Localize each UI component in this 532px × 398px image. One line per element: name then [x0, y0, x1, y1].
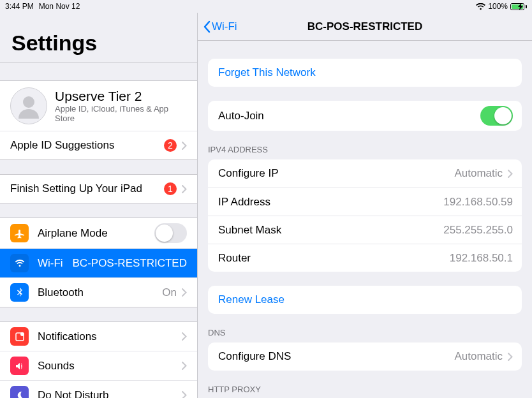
section-header-proxy: HTTP Proxy — [198, 371, 532, 398]
chevron-left-icon — [203, 20, 211, 33]
badge: 1 — [164, 182, 177, 195]
renew-lease-button[interactable]: Renew Lease — [208, 286, 522, 314]
configure-ip-row[interactable]: Configure IP Automatic — [208, 159, 522, 188]
subnet-mask-row: Subnet Mask 255.255.255.0 — [208, 216, 522, 244]
chevron-right-icon — [182, 142, 187, 150]
svg-point-2 — [20, 332, 24, 336]
account-subtitle: Apple ID, iCloud, iTunes & App Store — [55, 104, 187, 123]
sidebar-item-airplane-mode[interactable]: Airplane Mode — [0, 218, 197, 249]
moon-icon — [10, 386, 29, 398]
airplane-icon — [10, 224, 29, 242]
section-header-dns: DNS — [198, 314, 532, 343]
notifications-icon — [10, 327, 29, 346]
sidebar-item-sounds[interactable]: Sounds — [0, 351, 197, 381]
sidebar-item-wifi[interactable]: Wi-Fi BC-POS-RESTRICTED — [0, 249, 197, 278]
airplane-toggle[interactable] — [154, 223, 187, 243]
chevron-right-icon — [182, 288, 187, 297]
sidebar-item-finish-setup[interactable]: Finish Setting Up Your iPad 1 — [0, 175, 197, 203]
badge: 2 — [164, 139, 177, 152]
ip-address-row: IP Address 192.168.50.59 — [208, 188, 522, 216]
bluetooth-icon — [10, 283, 29, 302]
auto-join-toggle[interactable] — [480, 106, 513, 126]
sidebar-item-do-not-disturb[interactable]: Do Not Disturb — [0, 381, 197, 398]
chevron-right-icon — [182, 185, 187, 193]
battery-icon — [510, 3, 527, 10]
sidebar-item-apple-id-suggestions[interactable]: Apple ID Suggestions 2 — [0, 131, 197, 159]
sidebar-item-bluetooth[interactable]: Bluetooth On — [0, 278, 197, 307]
status-bar: 3:44 PM Mon Nov 12 100% — [0, 0, 532, 13]
section-header-ipv4: IPV4 Address — [198, 131, 532, 159]
router-row: Router 192.168.50.1 — [208, 244, 522, 272]
status-time: 3:44 PM — [5, 2, 34, 11]
sidebar-item-account[interactable]: Upserve Tier 2 Apple ID, iCloud, iTunes … — [0, 81, 197, 131]
detail-pane: Wi-Fi BC-POS-RESTRICTED Forget This Netw… — [198, 13, 532, 398]
sidebar: Settings Upserve Tier 2 Apple ID, iCloud… — [0, 13, 198, 398]
avatar — [10, 87, 47, 124]
configure-dns-row[interactable]: Configure DNS Automatic — [208, 343, 522, 371]
sidebar-item-notifications[interactable]: Notifications — [0, 322, 197, 351]
detail-header: Wi-Fi BC-POS-RESTRICTED — [198, 13, 532, 41]
chevron-right-icon — [182, 332, 187, 341]
chevron-right-icon — [508, 170, 513, 178]
back-button[interactable]: Wi-Fi — [203, 20, 237, 33]
chevron-right-icon — [508, 353, 513, 361]
wifi-icon — [10, 254, 29, 272]
page-title: Settings — [0, 13, 197, 63]
forget-network-button[interactable]: Forget This Network — [208, 59, 522, 87]
svg-point-0 — [23, 96, 34, 108]
chevron-right-icon — [182, 391, 187, 398]
chevron-right-icon — [182, 362, 187, 370]
wifi-icon — [476, 3, 485, 10]
detail-title: BC-POS-RESTRICTED — [307, 20, 422, 33]
status-date: Mon Nov 12 — [39, 2, 80, 11]
sounds-icon — [10, 357, 29, 375]
auto-join-row: Auto-Join — [208, 101, 522, 131]
account-name: Upserve Tier 2 — [55, 89, 187, 104]
battery-percent: 100% — [488, 2, 508, 11]
